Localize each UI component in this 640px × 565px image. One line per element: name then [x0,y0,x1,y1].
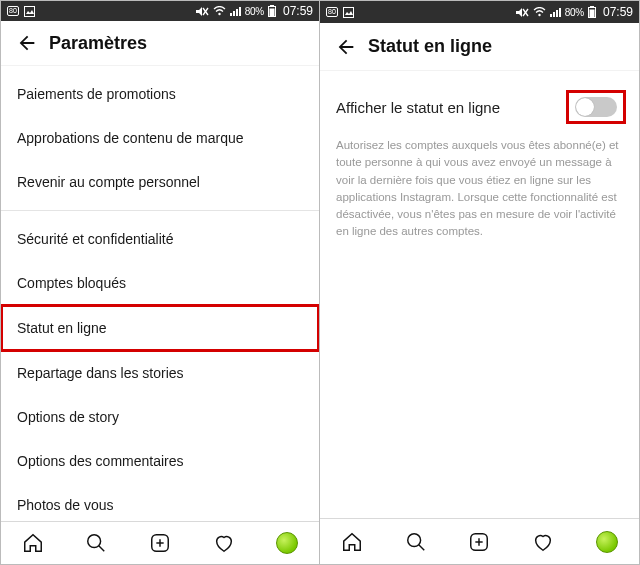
back-button[interactable] [9,25,45,61]
nav-activity[interactable] [204,523,244,563]
svg-point-31 [407,533,420,546]
svg-rect-18 [343,7,353,17]
status-bar: 80 80% 07:59 [320,1,639,23]
online-status-pane: Afficher le statut en ligne Autorisez le… [320,71,639,518]
online-status-toggle[interactable] [575,97,617,117]
toggle-row: Afficher le statut en ligne [320,71,639,131]
nav-home[interactable] [13,523,53,563]
row-approbations-contenu[interactable]: Approbations de contenu de marque [1,116,319,160]
mute-icon [196,6,209,17]
wifi-icon [213,6,226,16]
svg-rect-30 [589,10,594,18]
nav-activity[interactable] [523,522,563,562]
toggle-highlight [569,93,623,121]
signal-icon [550,7,561,17]
row-securite[interactable]: Sécurité et confidentialité [1,210,319,261]
page-title: Paramètres [49,33,147,54]
svg-marker-20 [516,8,522,17]
nav-search[interactable] [396,522,436,562]
nav-profile[interactable] [587,522,627,562]
svg-line-14 [99,546,105,552]
toggle-label: Afficher le statut en ligne [336,99,569,116]
row-photos-de-vous[interactable]: Photos de vous [1,483,319,521]
row-paiements-promotions[interactable]: Paiements de promotions [1,66,319,116]
nav-home[interactable] [332,522,372,562]
wifi-icon [533,7,546,17]
battery-percent: 80% [245,6,264,17]
nav-new-post[interactable] [140,523,180,563]
toggle-description: Autorisez les comptes auxquels vous êtes… [320,131,639,241]
row-statut-en-ligne[interactable]: Statut en ligne [1,305,319,351]
row-options-story[interactable]: Options de story [1,395,319,439]
phone-left: 80 80% 07:59 Paramètres Paiements de pro… [0,0,320,565]
gallery-icon [24,6,35,17]
row-options-commentaires[interactable]: Options des commentaires [1,439,319,483]
row-revenir-compte[interactable]: Revenir au compte personnel [1,160,319,204]
phone-right: 80 80% 07:59 Statut en ligne Afficher le… [320,0,640,565]
battery-icon [268,5,276,17]
svg-rect-12 [269,9,274,17]
row-comptes-bloques[interactable]: Comptes bloqués [1,261,319,305]
svg-marker-2 [196,7,202,16]
clock: 07:59 [603,5,633,19]
svg-rect-27 [559,8,561,17]
battery-badge-icon: 80 [7,6,19,16]
svg-point-5 [218,13,220,15]
nav-new-post[interactable] [459,522,499,562]
svg-rect-9 [239,7,241,16]
settings-list[interactable]: Paiements de promotions Approbations de … [1,66,319,521]
svg-rect-26 [556,10,558,17]
svg-marker-1 [26,10,34,14]
bottom-nav [1,521,319,564]
row-repartage-stories[interactable]: Repartage dans les stories [1,351,319,395]
globe-icon [596,531,618,553]
nav-profile[interactable] [267,523,307,563]
battery-percent: 80% [565,7,584,18]
battery-badge-icon: 80 [326,7,338,17]
page-title: Statut en ligne [368,36,492,57]
svg-rect-0 [24,6,34,16]
svg-marker-19 [345,11,353,15]
svg-rect-6 [230,13,232,16]
clock: 07:59 [283,4,313,18]
svg-line-32 [418,544,424,550]
bottom-nav [320,518,639,564]
svg-point-13 [88,535,101,548]
gallery-icon [343,7,354,18]
header: Paramètres [1,21,319,66]
battery-icon [588,6,596,18]
back-button[interactable] [328,29,364,65]
globe-icon [276,532,298,554]
svg-rect-8 [236,9,238,16]
svg-rect-7 [233,11,235,16]
svg-point-23 [538,14,540,16]
nav-search[interactable] [76,523,116,563]
status-bar: 80 80% 07:59 [1,1,319,21]
svg-rect-25 [553,12,555,17]
toggle-knob [576,98,594,116]
header: Statut en ligne [320,23,639,71]
mute-icon [516,7,529,18]
signal-icon [230,6,241,16]
svg-rect-24 [550,14,552,17]
